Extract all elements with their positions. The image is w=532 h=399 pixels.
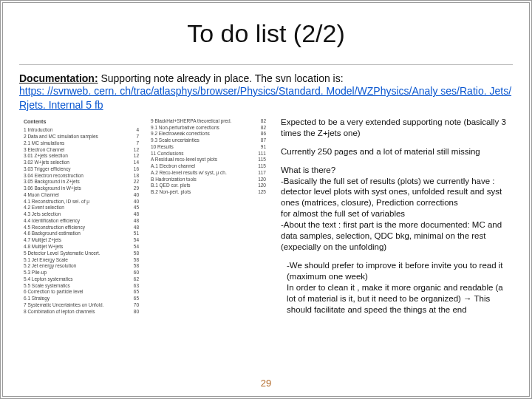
toc-row: 4.8 Multijet W+jets54: [24, 244, 139, 250]
toc-page: 45: [131, 205, 139, 211]
toc-row: 3.05 Background in Z+jets22: [24, 179, 139, 185]
toc-page: 58: [131, 263, 139, 270]
toc-row: B.2 Non-pert. plots125: [151, 189, 266, 196]
documentation-text: Supporting note already in place. The sv…: [98, 72, 344, 84]
toc-label: 5.2 Jet energy resolution: [24, 263, 131, 270]
title-divider: [19, 64, 513, 65]
toc-label: 4.1 Reconstruction, ID sel. of μ: [24, 199, 131, 205]
toc-page: 63: [131, 283, 139, 290]
toc-page: 40: [131, 199, 139, 205]
toc-image: Contents 1 Introduction42 Data and MC si…: [19, 115, 270, 359]
toc-row: 4.1 Reconstruction, ID sel. of μ40: [24, 199, 139, 205]
toc-row: 3.02 W+jets selection14: [24, 160, 139, 166]
toc-page: 82: [258, 125, 266, 132]
toc-row: 9 BlackHat+SHERPA theoretical pred.82: [151, 118, 266, 125]
note-improve: -We should prefer to improve it before i…: [281, 260, 510, 316]
toc-row: 2.1 MC simulations7: [24, 140, 139, 147]
toc-page: 51: [131, 231, 139, 237]
toc-page: 115: [255, 157, 266, 163]
toc-row: 4.5 Reconstruction efficiency48: [24, 225, 139, 231]
toc-page: 54: [131, 237, 139, 244]
toc-row: 9.1 Non-perturbative corrections82: [151, 125, 266, 132]
toc-row: 3.01 Z+jets selection12: [24, 153, 139, 160]
toc-page: 120: [255, 177, 266, 183]
documentation-line: Documentation: Supporting note already i…: [19, 72, 513, 84]
toc-page: 125: [255, 189, 266, 196]
toc-label: B Hadronization tools: [151, 177, 255, 183]
toc-page: 80: [131, 309, 139, 316]
toc-label: 3.03 Trigger efficiency: [24, 166, 131, 173]
toc-page: 7: [133, 140, 139, 147]
toc-label: 5.3 Pile-up: [24, 270, 131, 276]
toc-label: 6 Correction to particle level: [24, 289, 131, 296]
toc-page: 87: [258, 137, 266, 144]
toc-row: 10 Results91: [151, 144, 266, 151]
toc-label: 4.7 Multijet Z+jets: [24, 237, 131, 244]
toc-row: 5.5 Scale systematics63: [24, 283, 139, 290]
toc-label: 1 Introduction: [24, 127, 133, 134]
toc-label: 3.02 W+jets selection: [24, 160, 131, 166]
toc-page: 54: [131, 244, 139, 250]
toc-label: 4.3 Jets selection: [24, 211, 131, 218]
toc-label: 4.5 Reconstruction efficiency: [24, 225, 131, 231]
toc-row: 4.7 Multijet Z+jets54: [24, 237, 139, 244]
svn-link[interactable]: https: //svnweb. cern. ch/trac/atlasphys…: [19, 84, 513, 112]
toc-label: 6.1 Strategy: [24, 296, 131, 302]
toc-heading: Contents: [24, 118, 139, 125]
toc-row: 6 Correction to particle level65: [24, 289, 139, 296]
toc-label: 3.01 Z+jets selection: [24, 153, 131, 160]
toc-page: 14: [131, 160, 139, 166]
note-what-is-there: What is there? -Basically the full set o…: [281, 165, 510, 253]
toc-label: 7 Systematic Uncertainties on Unfold.: [24, 302, 131, 309]
toc-page: 82: [258, 118, 266, 125]
toc-label: 11 Conclusions: [151, 151, 255, 157]
toc-row: 6.1 Strategy65: [24, 296, 139, 302]
toc-page: 115: [255, 163, 266, 170]
toc-page: 65: [131, 289, 139, 296]
toc-label: A.1 Electron channel: [151, 163, 255, 170]
toc-label: 4.6 Background estimation: [24, 231, 131, 237]
toc-page: 7: [133, 134, 139, 140]
toc-row: 4.6 Background estimation51: [24, 231, 139, 237]
toc-row: 5.3 Pile-up60: [24, 270, 139, 276]
toc-label: 9.1 Non-perturbative corrections: [151, 125, 258, 132]
toc-col-right: 9 BlackHat+SHERPA theoretical pred.82 9.…: [151, 118, 266, 316]
toc-label: 5.5 Scale systematics: [24, 283, 131, 290]
toc-label: B.1 QED cor. plots: [151, 183, 255, 189]
toc-label: 5 Detector Level Systematic Uncert.: [24, 250, 131, 257]
toc-label: 4.8 Multijet W+jets: [24, 244, 131, 250]
toc-row: 3.03 Trigger efficiency16: [24, 166, 139, 173]
slide-title: To do list (2/2): [19, 19, 513, 48]
toc-label: 10 Results: [151, 144, 258, 151]
page-number: 29: [3, 378, 529, 389]
toc-page: 16: [131, 166, 139, 173]
toc-page: 58: [131, 257, 139, 264]
documentation-label: Documentation:: [19, 72, 98, 84]
toc-page: 29: [131, 185, 139, 192]
toc-label: 9.2 Electroweak corrections: [151, 131, 258, 137]
toc-label: A.2 Reco-level results w/ syst, μ ch.: [151, 170, 255, 177]
toc-label: 3.04 Electron reconstruction: [24, 173, 131, 180]
toc-label: 5.1 Jet Energy Scale: [24, 257, 131, 264]
toc-label: 9 BlackHat+SHERPA theoretical pred.: [151, 118, 258, 125]
toc-page: 120: [255, 183, 266, 189]
toc-row: 8 Combination of lepton channels80: [24, 309, 139, 316]
toc-row: 3.04 Electron reconstruction18: [24, 173, 139, 180]
toc-label: 2.1 MC simulations: [24, 140, 133, 147]
toc-label: 4.4 Identification efficiency: [24, 218, 131, 225]
toc-page: 111: [255, 151, 266, 157]
toc-page: 48: [131, 225, 139, 231]
content-row: Contents 1 Introduction42 Data and MC si…: [19, 115, 513, 389]
toc-page: 58: [131, 250, 139, 257]
toc-page: 22: [131, 179, 139, 185]
toc-page: 4: [133, 127, 139, 134]
toc-row: 3 Electron Channel12: [24, 147, 139, 154]
toc-row: 9.2 Electroweak corrections86: [151, 131, 266, 137]
notes-column: Expected to be a very extended supportin…: [281, 115, 513, 389]
toc-label: A Residual reco-level syst plots: [151, 157, 255, 163]
toc-row: A Residual reco-level syst plots115: [151, 157, 266, 163]
toc-label: 5.4 Lepton systematics: [24, 276, 131, 283]
toc-label: 4 Muon Channel: [24, 192, 131, 199]
toc-row: 5.1 Jet Energy Scale58: [24, 257, 139, 264]
toc-row: B.1 QED cor. plots120: [151, 183, 266, 189]
